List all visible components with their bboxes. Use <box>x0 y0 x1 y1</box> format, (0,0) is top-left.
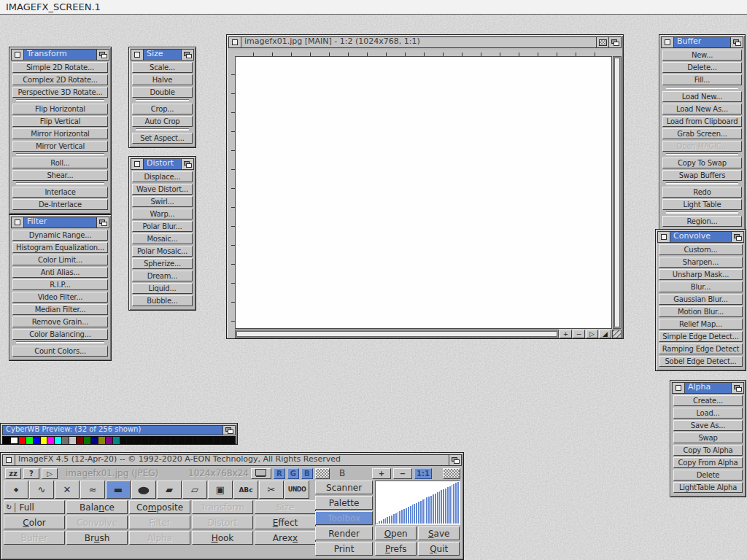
auto-crop-button[interactable]: Auto Crop <box>132 116 193 127</box>
palette-titlebar[interactable]: CyberWB Preview: (32 of 256 shown) <box>2 425 236 435</box>
red-channel-button[interactable]: R <box>274 468 285 479</box>
palette-swatch-1[interactable] <box>10 437 18 444</box>
mirror-vertical-button[interactable]: Mirror Vertical <box>12 141 108 152</box>
scanner-button[interactable]: Scanner <box>315 481 373 494</box>
point-tool-button[interactable]: ◆ <box>4 481 28 499</box>
close-gadget[interactable] <box>662 37 674 47</box>
ramping-edge-detect-button[interactable]: Ramping Edge Detect <box>659 343 743 354</box>
size-button[interactable]: Size <box>255 500 316 514</box>
palette-button[interactable]: Palette <box>315 496 373 510</box>
fill-button[interactable]: Fill... <box>662 74 742 85</box>
canvas-zoom-out-button[interactable]: − <box>573 330 585 338</box>
convolve-button[interactable]: Convolve <box>66 516 128 529</box>
palette-swatch-30[interactable] <box>221 437 228 444</box>
palette-swatch-11[interactable] <box>84 437 90 444</box>
palette-swatch-6[interactable] <box>47 437 54 444</box>
color-button[interactable]: Color <box>4 516 65 529</box>
dream-button[interactable]: Dream... <box>132 271 193 281</box>
bubble-button[interactable]: Bubble... <box>132 295 193 306</box>
toolbar-titlebar[interactable]: ImageFX 4.5 (12-Apr-20) -- © 1992-2020 A… <box>2 454 462 466</box>
alpha-button[interactable]: Alpha <box>129 531 190 545</box>
delete-button[interactable]: Delete <box>673 470 743 481</box>
shear-button[interactable]: Shear... <box>12 170 108 181</box>
new-button[interactable]: New... <box>662 50 742 61</box>
pattern-button[interactable] <box>443 468 460 479</box>
roll-button[interactable]: Roll... <box>12 158 108 168</box>
transform-button[interactable]: Transform <box>192 500 253 514</box>
open-button[interactable]: Open <box>375 526 417 540</box>
buffer-titlebar[interactable]: Buffer <box>661 36 743 48</box>
palette-swatch-14[interactable] <box>106 437 112 444</box>
canvas-zoom-in-button[interactable]: + <box>560 330 572 338</box>
palette-swatch-9[interactable] <box>69 437 76 444</box>
load-button[interactable]: Load... <box>673 408 743 419</box>
text-tool-button[interactable]: ABc <box>233 481 258 499</box>
filled-box-tool-button[interactable]: ▬ <box>106 481 131 499</box>
filled-ellipse-tool-button[interactable]: ● <box>131 481 156 499</box>
palette-swatch-19[interactable] <box>142 437 148 444</box>
palette-swatch-17[interactable] <box>127 437 133 444</box>
balance-button[interactable]: Balance <box>66 500 128 514</box>
perspective-3d-rotate-button[interactable]: Perspective 3D Rotate... <box>12 87 108 98</box>
palette-swatch-24[interactable] <box>178 437 185 444</box>
relief-map-button[interactable]: Relief Map... <box>659 319 743 330</box>
mirror-horizontal-button[interactable]: Mirror Horizontal <box>12 128 108 139</box>
simple-2d-rotate-button[interactable]: Simple 2D Rotate... <box>12 62 108 73</box>
sobel-edge-detect-button[interactable]: Sobel Edge Detect... <box>659 356 743 367</box>
convolve-titlebar[interactable]: Convolve <box>657 231 744 243</box>
alpha-titlebar[interactable]: Alpha <box>672 382 744 394</box>
custom-button[interactable]: Custom... <box>659 244 743 255</box>
depth-gadget[interactable] <box>181 159 193 169</box>
palette-swatch-27[interactable] <box>199 437 206 444</box>
arexx-play-button[interactable]: ▷ <box>42 468 58 479</box>
horizontal-scroll-thumb[interactable] <box>236 331 557 337</box>
copy-to-swap-button[interactable]: Copy To Swap <box>662 158 742 168</box>
set-aspect-button[interactable]: Set Aspect... <box>132 133 193 144</box>
blue-channel-button[interactable]: B <box>301 468 313 479</box>
palette-swatch-8[interactable] <box>62 437 69 444</box>
depth-gadget[interactable] <box>731 383 743 393</box>
hook-button[interactable]: Hook <box>192 531 253 545</box>
warp-button[interactable]: Warp... <box>132 209 193 219</box>
load-new-button[interactable]: Load New... <box>662 91 742 102</box>
simple-edge-detect-button[interactable]: Simple Edge Detect... <box>659 331 743 342</box>
crop-button[interactable]: Crop... <box>132 104 193 114</box>
help-button[interactable]: ? <box>23 468 39 479</box>
gaussian-blur-button[interactable]: Gaussian Blur... <box>659 294 743 305</box>
liquid-button[interactable]: Liquid... <box>132 283 193 294</box>
depth-gadget[interactable] <box>730 37 743 47</box>
palette-swatch-28[interactable] <box>206 437 213 444</box>
polar-blur-button[interactable]: Polar Blur... <box>132 221 193 232</box>
unsharp-mask-button[interactable]: Unsharp Mask... <box>659 269 743 280</box>
toolbox-button[interactable]: Toolbox <box>315 511 373 525</box>
image-window-titlebar[interactable]: imagefx01.jpg [MAIN] - 1:2 (1024x768, 1:… <box>228 36 622 48</box>
palette-swatch-3[interactable] <box>26 437 33 444</box>
distort-titlebar[interactable]: Distort <box>131 158 194 170</box>
displace-button[interactable]: Displace... <box>132 171 193 182</box>
swap-buffers-button[interactable]: Swap Buffers <box>662 170 742 181</box>
palette-swatch-7[interactable] <box>55 437 61 444</box>
close-gadget[interactable] <box>131 50 144 60</box>
blur-button[interactable]: Blur... <box>659 281 743 292</box>
palette-swatch-31[interactable] <box>228 437 235 444</box>
palette-swatch-23[interactable] <box>171 437 177 444</box>
load-new-as-button[interactable]: Load New As... <box>662 104 742 114</box>
palette-swatch-18[interactable] <box>134 437 141 444</box>
interlace-button[interactable]: Interlace <box>12 187 108 198</box>
render-button[interactable]: Render <box>315 526 373 540</box>
palette-swatch-20[interactable] <box>149 437 155 444</box>
create-button[interactable]: Create... <box>673 395 743 406</box>
transform-titlebar[interactable]: Transform <box>11 49 109 61</box>
close-gadget[interactable] <box>3 455 15 465</box>
depth-gadget[interactable] <box>181 50 193 60</box>
halve-button[interactable]: Halve <box>132 74 193 85</box>
freehand-tool-button[interactable]: ∿ <box>29 481 54 499</box>
dither-button[interactable] <box>315 468 330 479</box>
close-gadget[interactable] <box>658 232 670 242</box>
full-button[interactable]: ↻|Full <box>4 500 65 514</box>
brush-button[interactable]: Brush <box>66 531 128 545</box>
swap-button[interactable]: Swap <box>673 432 743 443</box>
palette-swatch-12[interactable] <box>91 437 98 444</box>
sharpen-button[interactable]: Sharpen... <box>659 257 743 268</box>
flip-vertical-button[interactable]: Flip Vertical <box>12 116 108 127</box>
